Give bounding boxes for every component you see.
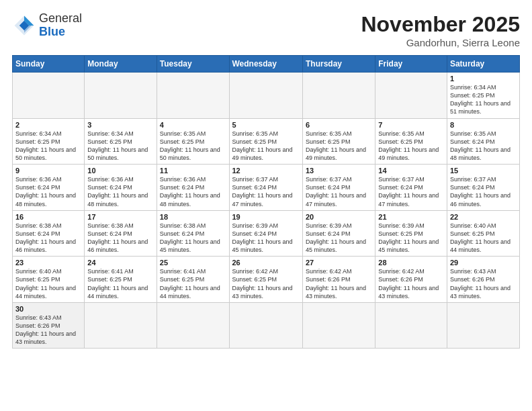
table-row bbox=[375, 73, 447, 119]
table-row bbox=[85, 73, 157, 119]
day-info: Sunrise: 6:43 AM Sunset: 6:26 PM Dayligh… bbox=[15, 314, 81, 347]
day-info: Sunrise: 6:42 AM Sunset: 6:26 PM Dayligh… bbox=[306, 267, 372, 300]
day-number: 25 bbox=[160, 259, 226, 267]
col-saturday: Saturday bbox=[447, 56, 519, 73]
table-row: 8Sunrise: 6:35 AM Sunset: 6:24 PM Daylig… bbox=[447, 118, 519, 165]
table-row: 1Sunrise: 6:34 AM Sunset: 6:25 PM Daylig… bbox=[447, 73, 519, 119]
day-info: Sunrise: 6:38 AM Sunset: 6:24 PM Dayligh… bbox=[15, 222, 81, 255]
table-row: 5Sunrise: 6:35 AM Sunset: 6:25 PM Daylig… bbox=[229, 118, 302, 165]
title-block: November 2025 Gandorhun, Sierra Leone bbox=[361, 12, 520, 48]
table-row: 16Sunrise: 6:38 AM Sunset: 6:24 PM Dayli… bbox=[13, 210, 85, 257]
table-row bbox=[229, 302, 302, 349]
day-info: Sunrise: 6:37 AM Sunset: 6:24 PM Dayligh… bbox=[378, 175, 444, 208]
col-friday: Friday bbox=[375, 56, 447, 73]
day-info: Sunrise: 6:35 AM Sunset: 6:25 PM Dayligh… bbox=[378, 130, 444, 163]
day-number: 21 bbox=[378, 213, 444, 221]
day-number: 18 bbox=[160, 213, 226, 221]
day-number: 8 bbox=[450, 121, 517, 129]
table-row: 17Sunrise: 6:38 AM Sunset: 6:24 PM Dayli… bbox=[85, 210, 157, 257]
day-info: Sunrise: 6:42 AM Sunset: 6:25 PM Dayligh… bbox=[232, 267, 300, 300]
day-info: Sunrise: 6:39 AM Sunset: 6:24 PM Dayligh… bbox=[232, 222, 300, 255]
col-wednesday: Wednesday bbox=[229, 56, 302, 73]
table-row: 25Sunrise: 6:41 AM Sunset: 6:25 PM Dayli… bbox=[157, 257, 229, 303]
day-number: 22 bbox=[450, 213, 517, 221]
logo-text: General Blue bbox=[39, 12, 82, 39]
day-info: Sunrise: 6:39 AM Sunset: 6:24 PM Dayligh… bbox=[306, 222, 372, 255]
day-info: Sunrise: 6:35 AM Sunset: 6:25 PM Dayligh… bbox=[306, 130, 372, 163]
table-row: 19Sunrise: 6:39 AM Sunset: 6:24 PM Dayli… bbox=[229, 210, 302, 257]
day-number: 13 bbox=[306, 167, 372, 175]
table-row bbox=[157, 302, 229, 349]
day-info: Sunrise: 6:36 AM Sunset: 6:24 PM Dayligh… bbox=[87, 175, 153, 208]
header: General Blue November 2025 Gandorhun, Si… bbox=[12, 12, 520, 48]
day-number: 1 bbox=[450, 75, 517, 83]
day-info: Sunrise: 6:34 AM Sunset: 6:25 PM Dayligh… bbox=[450, 83, 517, 116]
day-info: Sunrise: 6:41 AM Sunset: 6:25 PM Dayligh… bbox=[160, 267, 226, 300]
day-number: 27 bbox=[306, 259, 372, 267]
table-row: 29Sunrise: 6:43 AM Sunset: 6:26 PM Dayli… bbox=[447, 257, 519, 303]
table-row: 14Sunrise: 6:37 AM Sunset: 6:24 PM Dayli… bbox=[375, 165, 447, 211]
day-info: Sunrise: 6:36 AM Sunset: 6:24 PM Dayligh… bbox=[15, 175, 81, 208]
day-number: 7 bbox=[378, 121, 444, 129]
day-number: 28 bbox=[378, 259, 444, 267]
col-sunday: Sunday bbox=[13, 56, 85, 73]
day-number: 19 bbox=[232, 213, 300, 221]
table-row: 27Sunrise: 6:42 AM Sunset: 6:26 PM Dayli… bbox=[302, 257, 375, 303]
table-row: 21Sunrise: 6:39 AM Sunset: 6:25 PM Dayli… bbox=[375, 210, 447, 257]
day-number: 9 bbox=[15, 167, 81, 175]
day-number: 26 bbox=[232, 259, 300, 267]
day-info: Sunrise: 6:34 AM Sunset: 6:25 PM Dayligh… bbox=[87, 130, 153, 163]
table-row: 13Sunrise: 6:37 AM Sunset: 6:24 PM Dayli… bbox=[302, 165, 375, 211]
calendar-table: Sunday Monday Tuesday Wednesday Thursday… bbox=[12, 55, 520, 349]
day-number: 29 bbox=[450, 259, 517, 267]
table-row bbox=[13, 73, 85, 119]
table-row bbox=[229, 73, 302, 119]
table-row: 10Sunrise: 6:36 AM Sunset: 6:24 PM Dayli… bbox=[85, 165, 157, 211]
col-thursday: Thursday bbox=[302, 56, 375, 73]
day-number: 12 bbox=[232, 167, 300, 175]
month-title: November 2025 bbox=[361, 12, 520, 37]
day-info: Sunrise: 6:35 AM Sunset: 6:24 PM Dayligh… bbox=[450, 130, 517, 163]
day-number: 3 bbox=[87, 121, 153, 129]
day-number: 4 bbox=[160, 121, 226, 129]
table-row: 24Sunrise: 6:41 AM Sunset: 6:25 PM Dayli… bbox=[85, 257, 157, 303]
calendar-page: General Blue November 2025 Gandorhun, Si… bbox=[0, 0, 532, 411]
col-monday: Monday bbox=[85, 56, 157, 73]
table-row: 18Sunrise: 6:38 AM Sunset: 6:24 PM Dayli… bbox=[157, 210, 229, 257]
table-row: 4Sunrise: 6:35 AM Sunset: 6:25 PM Daylig… bbox=[157, 118, 229, 165]
day-info: Sunrise: 6:38 AM Sunset: 6:24 PM Dayligh… bbox=[87, 222, 153, 255]
table-row bbox=[157, 73, 229, 119]
table-row: 6Sunrise: 6:35 AM Sunset: 6:25 PM Daylig… bbox=[302, 118, 375, 165]
day-info: Sunrise: 6:35 AM Sunset: 6:25 PM Dayligh… bbox=[160, 130, 226, 163]
day-number: 23 bbox=[15, 259, 81, 267]
day-number: 10 bbox=[87, 167, 153, 175]
table-row: 30Sunrise: 6:43 AM Sunset: 6:26 PM Dayli… bbox=[13, 302, 85, 349]
table-row bbox=[447, 302, 519, 349]
day-number: 6 bbox=[306, 121, 372, 129]
logo-icon bbox=[12, 13, 36, 38]
day-info: Sunrise: 6:34 AM Sunset: 6:25 PM Dayligh… bbox=[15, 130, 81, 163]
day-info: Sunrise: 6:38 AM Sunset: 6:24 PM Dayligh… bbox=[160, 222, 226, 255]
table-row: 23Sunrise: 6:40 AM Sunset: 6:25 PM Dayli… bbox=[13, 257, 85, 303]
table-row: 12Sunrise: 6:37 AM Sunset: 6:24 PM Dayli… bbox=[229, 165, 302, 211]
day-info: Sunrise: 6:37 AM Sunset: 6:24 PM Dayligh… bbox=[450, 175, 517, 208]
day-info: Sunrise: 6:40 AM Sunset: 6:25 PM Dayligh… bbox=[15, 267, 81, 300]
day-number: 11 bbox=[160, 167, 226, 175]
day-number: 17 bbox=[87, 213, 153, 221]
table-row bbox=[375, 302, 447, 349]
table-row: 11Sunrise: 6:36 AM Sunset: 6:24 PM Dayli… bbox=[157, 165, 229, 211]
table-row: 15Sunrise: 6:37 AM Sunset: 6:24 PM Dayli… bbox=[447, 165, 519, 211]
table-row: 2Sunrise: 6:34 AM Sunset: 6:25 PM Daylig… bbox=[13, 118, 85, 165]
day-info: Sunrise: 6:37 AM Sunset: 6:24 PM Dayligh… bbox=[306, 175, 372, 208]
day-number: 24 bbox=[87, 259, 153, 267]
table-row: 28Sunrise: 6:42 AM Sunset: 6:26 PM Dayli… bbox=[375, 257, 447, 303]
logo-general: General bbox=[39, 12, 82, 26]
day-info: Sunrise: 6:43 AM Sunset: 6:26 PM Dayligh… bbox=[450, 267, 517, 300]
table-row: 22Sunrise: 6:40 AM Sunset: 6:25 PM Dayli… bbox=[447, 210, 519, 257]
day-info: Sunrise: 6:42 AM Sunset: 6:26 PM Dayligh… bbox=[378, 267, 444, 300]
table-row bbox=[302, 302, 375, 349]
table-row bbox=[302, 73, 375, 119]
day-number: 5 bbox=[232, 121, 300, 129]
table-row: 3Sunrise: 6:34 AM Sunset: 6:25 PM Daylig… bbox=[85, 118, 157, 165]
day-number: 16 bbox=[15, 213, 81, 221]
